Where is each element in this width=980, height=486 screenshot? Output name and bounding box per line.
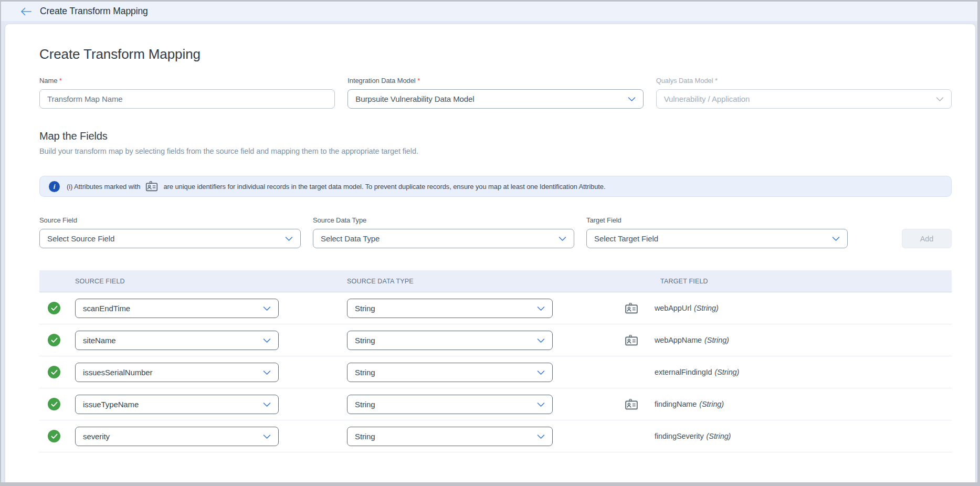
map-fields-title: Map the Fields bbox=[39, 130, 952, 142]
target-field-picker-group: Target Field Select Target Field bbox=[586, 216, 848, 248]
chevron-down-icon bbox=[832, 234, 840, 243]
chevron-down-icon bbox=[263, 432, 271, 441]
row-target-field: findingSeverity(String) bbox=[655, 432, 952, 440]
chevron-down-icon bbox=[936, 94, 944, 103]
source-data-type-label: Source Data Type bbox=[313, 216, 574, 224]
row-status bbox=[39, 302, 75, 314]
row-target-field: webAppUrl(String) bbox=[655, 304, 952, 312]
header-source-field: SOURCE FIELD bbox=[75, 278, 279, 285]
check-circle-icon bbox=[48, 302, 60, 314]
row-source-field-select[interactable]: severity bbox=[75, 427, 279, 446]
qualys-model-select: Vulnerability / Application bbox=[656, 89, 952, 109]
row-source-data-type-select[interactable]: String bbox=[347, 427, 553, 446]
table-row: severity String findingSeverity(String) bbox=[39, 420, 952, 452]
row-source-data-type-select[interactable]: String bbox=[347, 299, 553, 318]
mapping-table-body: scanEndTime String webAppUrl(String) sit… bbox=[39, 292, 952, 452]
identification-badge-icon bbox=[625, 303, 640, 314]
table-row: scanEndTime String webAppUrl(String) bbox=[39, 292, 952, 324]
row-source-field-select[interactable]: issuesSerialNumber bbox=[75, 363, 279, 382]
required-asterisk: * bbox=[417, 77, 420, 84]
chevron-down-icon bbox=[285, 234, 293, 243]
identification-badge-icon bbox=[145, 181, 158, 193]
chevron-down-icon bbox=[537, 336, 545, 345]
chevron-down-icon bbox=[537, 400, 545, 409]
row-status bbox=[39, 398, 75, 410]
header-form: Name * Transform Map Name Integration Da… bbox=[39, 77, 952, 109]
table-row: issueTypeName String findingName(String) bbox=[39, 388, 952, 420]
row-source-field-select[interactable]: siteName bbox=[75, 331, 279, 350]
row-target-field: webAppName(String) bbox=[655, 336, 952, 344]
identification-badge-icon bbox=[625, 399, 640, 410]
chevron-down-icon bbox=[628, 94, 636, 103]
integration-model-select[interactable]: Burpsuite Vulnerability Data Model bbox=[347, 89, 643, 109]
check-circle-icon bbox=[48, 398, 60, 410]
qualys-model-label: Qualys Data Model * bbox=[656, 77, 952, 84]
target-field-select[interactable]: Select Target Field bbox=[586, 229, 848, 248]
name-label: Name * bbox=[39, 77, 335, 84]
check-circle-icon bbox=[48, 430, 60, 442]
row-target-field: externalFindingId(String) bbox=[655, 368, 952, 376]
back-button[interactable] bbox=[20, 7, 31, 16]
qualys-model-group: Qualys Data Model * Vulnerability / Appl… bbox=[656, 77, 952, 109]
row-source-field-select[interactable]: scanEndTime bbox=[75, 299, 279, 318]
source-data-type-select[interactable]: Select Data Type bbox=[313, 229, 574, 248]
row-source-data-type-select[interactable]: String bbox=[347, 363, 553, 382]
source-field-label: Source Field bbox=[39, 216, 301, 224]
info-banner-text-before: (i) Attributes marked with bbox=[67, 183, 140, 191]
table-row: issuesSerialNumber String externalFindin… bbox=[39, 356, 952, 388]
check-circle-icon bbox=[48, 334, 60, 346]
target-field-label: Target Field bbox=[586, 216, 848, 224]
window-title: Create Transform Mapping bbox=[40, 6, 148, 17]
page-title: Create Transform Mapping bbox=[39, 46, 952, 62]
app-window: Create Transform Mapping Create Transfor… bbox=[1, 2, 977, 482]
row-status bbox=[39, 430, 75, 442]
required-asterisk: * bbox=[715, 77, 718, 84]
check-circle-icon bbox=[48, 366, 60, 378]
top-bar: Create Transform Mapping bbox=[1, 2, 977, 22]
source-data-type-picker-group: Source Data Type Select Data Type bbox=[313, 216, 574, 248]
source-field-select[interactable]: Select Source Field bbox=[39, 229, 301, 248]
row-status bbox=[39, 334, 75, 346]
integration-model-label: Integration Data Model * bbox=[347, 77, 643, 84]
row-source-data-type-select[interactable]: String bbox=[347, 331, 553, 350]
chevron-down-icon bbox=[263, 400, 271, 409]
mapping-table: SOURCE FIELD SOURCE DATA TYPE TARGET FIE… bbox=[39, 270, 952, 452]
mapping-table-header: SOURCE FIELD SOURCE DATA TYPE TARGET FIE… bbox=[39, 270, 952, 292]
picker-row: Source Field Select Source Field Source … bbox=[39, 216, 952, 248]
info-banner-text-after: are unique identifiers for individual re… bbox=[163, 183, 605, 191]
identification-badge-icon bbox=[625, 335, 640, 346]
source-field-picker-group: Source Field Select Source Field bbox=[39, 216, 301, 248]
required-asterisk: * bbox=[59, 77, 62, 84]
table-row: siteName String webAppName(String) bbox=[39, 324, 952, 356]
add-button[interactable]: Add bbox=[902, 229, 952, 248]
chevron-down-icon bbox=[537, 304, 545, 313]
chevron-down-icon bbox=[263, 304, 271, 313]
row-source-field-select[interactable]: issueTypeName bbox=[75, 395, 279, 414]
info-banner: i (i) Attributes marked with are unique … bbox=[39, 176, 952, 197]
content-card: Create Transform Mapping Name * Transfor… bbox=[5, 24, 975, 482]
arrow-left-icon bbox=[20, 7, 31, 16]
chevron-down-icon bbox=[537, 368, 545, 377]
chevron-down-icon bbox=[559, 234, 566, 243]
row-target-field: findingName(String) bbox=[655, 400, 952, 408]
row-status bbox=[39, 366, 75, 378]
map-fields-subtitle: Build your transform map by selecting fi… bbox=[39, 147, 952, 155]
chevron-down-icon bbox=[263, 368, 271, 377]
integration-model-group: Integration Data Model * Burpsuite Vulne… bbox=[347, 77, 643, 109]
info-icon: i bbox=[49, 181, 60, 192]
chevron-down-icon bbox=[263, 336, 271, 345]
name-field-group: Name * Transform Map Name bbox=[39, 77, 335, 109]
row-source-data-type-select[interactable]: String bbox=[347, 395, 553, 414]
header-source-data-type: SOURCE DATA TYPE bbox=[347, 278, 553, 285]
name-input[interactable]: Transform Map Name bbox=[39, 89, 335, 109]
header-target-field: TARGET FIELD bbox=[655, 278, 952, 285]
chevron-down-icon bbox=[537, 432, 545, 441]
